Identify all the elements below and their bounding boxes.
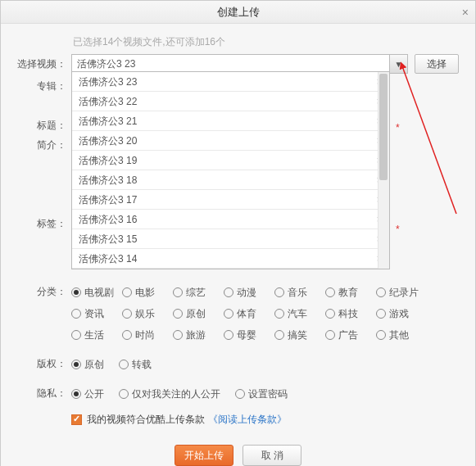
scrollbar-thumb[interactable] <box>379 74 388 180</box>
privacy-option[interactable]: 仅对我关注的人公开 <box>119 383 220 405</box>
privacy-radio[interactable] <box>119 389 129 399</box>
category-option[interactable]: 科技 <box>325 303 376 324</box>
privacy-label: 设置密码 <box>248 387 288 401</box>
category-option[interactable]: 教育 <box>325 282 376 303</box>
privacy-radio[interactable] <box>71 389 81 399</box>
privacy-label: 仅对我关注的人公开 <box>132 387 220 401</box>
dropdown-item[interactable]: 活佛济公3 14× <box>72 249 389 269</box>
category-option[interactable]: 娱乐 <box>122 303 173 324</box>
category-radio[interactable] <box>71 287 81 297</box>
category-radio[interactable] <box>325 330 335 340</box>
category-label: 搞笑 <box>288 328 307 342</box>
cancel-button[interactable]: 取 消 <box>243 445 301 466</box>
category-radio[interactable] <box>274 309 284 319</box>
category-option[interactable]: 电影 <box>122 282 173 303</box>
category-radio[interactable] <box>224 287 233 297</box>
dropdown-item-label: 活佛济公3 21 <box>79 111 137 131</box>
agree-checkbox[interactable] <box>71 414 82 425</box>
copyright-option[interactable]: 转载 <box>119 354 152 375</box>
label-privacy: 隐私： <box>17 383 71 403</box>
privacy-label: 公开 <box>84 387 104 401</box>
video-combo-value: 活佛济公3 23 <box>77 57 135 71</box>
category-option[interactable]: 资讯 <box>71 303 122 324</box>
category-radio[interactable] <box>274 287 284 297</box>
category-option[interactable]: 汽车 <box>274 303 325 324</box>
category-radio[interactable] <box>173 309 183 319</box>
dropdown-item-label: 活佛济公3 15 <box>79 229 137 249</box>
label-title: 标题： <box>17 115 71 135</box>
category-radio[interactable] <box>224 309 233 319</box>
category-option[interactable]: 旅游 <box>173 324 224 346</box>
dropdown-item[interactable]: 活佛济公3 23× <box>72 72 389 92</box>
row-copyright: 版权： 原创转载 <box>17 354 459 375</box>
dropdown-item[interactable]: 活佛济公3 19× <box>72 151 389 170</box>
copyright-radio[interactable] <box>119 360 129 369</box>
category-label: 原创 <box>186 307 206 321</box>
category-radio[interactable] <box>376 309 386 319</box>
video-dropdown-list: 活佛济公3 23×活佛济公3 22×活佛济公3 21×活佛济公3 20×活佛济公… <box>72 72 389 269</box>
category-option[interactable]: 综艺 <box>173 282 224 303</box>
dropdown-scrollbar[interactable] <box>378 72 389 269</box>
category-radio[interactable] <box>274 330 284 340</box>
category-option[interactable]: 原创 <box>173 303 224 324</box>
category-radio[interactable] <box>71 330 81 340</box>
dropdown-item[interactable]: 活佛济公3 16× <box>72 210 389 229</box>
category-option[interactable]: 生活 <box>71 324 122 346</box>
category-label: 生活 <box>84 328 104 342</box>
video-dropdown: 活佛济公3 23×活佛济公3 22×活佛济公3 21×活佛济公3 20×活佛济公… <box>71 71 390 269</box>
label-category: 分类： <box>17 282 71 301</box>
dropdown-item[interactable]: 活佛济公3 17× <box>72 190 389 210</box>
svg-line-0 <box>402 66 456 214</box>
category-radio[interactable] <box>224 330 233 340</box>
row-category: 分类： 电视剧电影综艺动漫音乐教育纪录片资讯娱乐原创体育汽车科技游戏生活时尚旅游… <box>17 282 459 346</box>
dropdown-item-label: 活佛济公3 17 <box>79 190 137 210</box>
copyright-option[interactable]: 原创 <box>71 354 104 375</box>
label-copyright: 版权： <box>17 354 71 373</box>
category-radio[interactable] <box>173 287 183 297</box>
category-label: 纪录片 <box>389 286 419 300</box>
dropdown-item[interactable]: 活佛济公3 22× <box>72 92 389 111</box>
agree-text: 我的视频符合优酷上传条款 <box>87 413 205 427</box>
start-upload-button[interactable]: 开始上传 <box>175 445 233 466</box>
dropdown-item[interactable]: 活佛济公3 15× <box>72 229 389 249</box>
category-radio-group: 电视剧电影综艺动漫音乐教育纪录片资讯娱乐原创体育汽车科技游戏生活时尚旅游母婴搞笑… <box>71 282 432 346</box>
category-label: 动漫 <box>237 286 256 300</box>
category-label: 娱乐 <box>135 307 155 321</box>
copyright-radio[interactable] <box>71 360 81 369</box>
dropdown-item[interactable]: 活佛济公3 21× <box>72 111 389 131</box>
dropdown-item[interactable]: 活佛济公3 20× <box>72 131 389 151</box>
category-option[interactable]: 广告 <box>325 324 376 346</box>
category-option[interactable]: 动漫 <box>224 282 274 303</box>
category-option[interactable]: 游戏 <box>376 303 427 324</box>
dropdown-item[interactable]: 活佛济公3 18× <box>72 170 389 190</box>
category-option[interactable]: 时尚 <box>122 324 173 346</box>
category-option[interactable]: 纪录片 <box>376 282 427 303</box>
category-radio[interactable] <box>376 287 386 297</box>
category-radio[interactable] <box>122 287 132 297</box>
category-option[interactable]: 体育 <box>224 303 274 324</box>
dropdown-item-label: 活佛济公3 22 <box>79 92 137 111</box>
close-icon[interactable]: × <box>462 1 469 24</box>
privacy-option[interactable]: 设置密码 <box>235 383 288 405</box>
category-radio[interactable] <box>122 309 132 319</box>
privacy-radio[interactable] <box>235 389 245 399</box>
category-option[interactable]: 电视剧 <box>71 282 122 303</box>
privacy-option[interactable]: 公开 <box>71 383 104 405</box>
category-radio[interactable] <box>376 330 386 340</box>
category-label: 科技 <box>338 307 358 321</box>
category-radio[interactable] <box>71 309 81 319</box>
category-radio[interactable] <box>173 330 183 340</box>
category-radio[interactable] <box>325 309 335 319</box>
category-label: 游戏 <box>389 307 409 321</box>
choose-button[interactable]: 选择 <box>415 54 459 74</box>
chevron-down-icon[interactable]: ▼ <box>389 55 407 73</box>
category-option[interactable]: 搞笑 <box>274 324 325 346</box>
terms-link[interactable]: 《阅读上传条款》 <box>208 413 287 427</box>
category-option[interactable]: 母婴 <box>224 324 274 346</box>
category-radio[interactable] <box>325 287 335 297</box>
dropdown-item-label: 活佛济公3 19 <box>79 151 137 170</box>
label-intro: 简介： <box>17 135 71 155</box>
category-option[interactable]: 其他 <box>376 324 427 346</box>
category-radio[interactable] <box>122 330 132 340</box>
category-option[interactable]: 音乐 <box>274 282 325 303</box>
